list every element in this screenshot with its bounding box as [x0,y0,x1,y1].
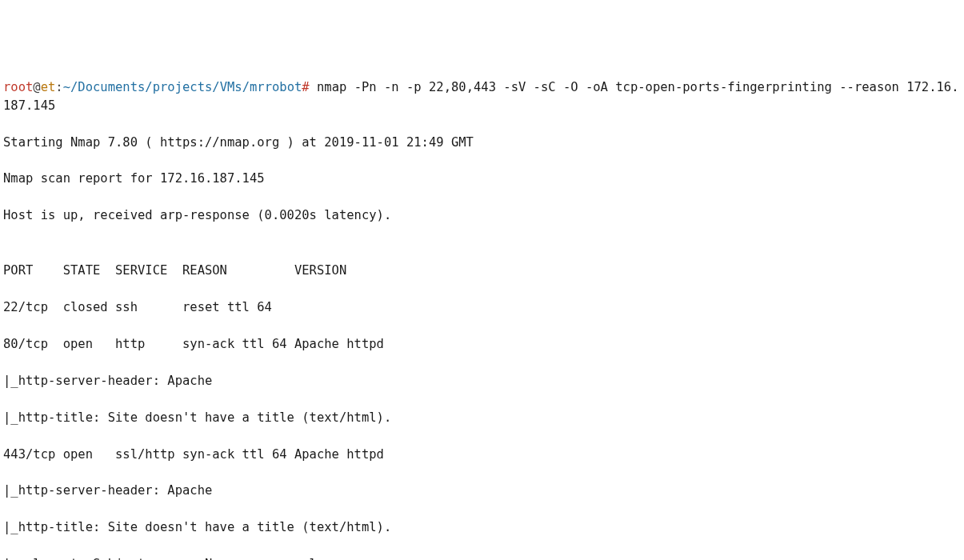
output-line: Host is up, received arp-response (0.002… [3,206,961,225]
prompt-colon: : [55,80,62,94]
output-line: | ssl-cert: Subject: commonName=www.exam… [3,555,961,560]
output-port-22: 22/tcp closed ssh reset ttl 64 [3,298,961,317]
prompt-user: root [3,80,33,94]
prompt-host: et [41,80,56,94]
output-port-header: PORT STATE SERVICE REASON VERSION [3,262,961,280]
output-port-80: 80/tcp open http syn-ack ttl 64 Apache h… [3,335,961,354]
output-line: Starting Nmap 7.80 ( https://nmap.org ) … [3,134,961,152]
output-line: |_http-server-header: Apache [3,482,961,500]
prompt-path: ~/Documents/projects/VMs/mrrobot [63,80,302,94]
prompt-line-1[interactable]: root@et:~/Documents/projects/VMs/mrrobot… [3,78,961,115]
prompt-hash: # [302,80,309,94]
output-line: |_http-server-header: Apache [3,372,961,390]
output-port-443: 443/tcp open ssl/http syn-ack ttl 64 Apa… [3,446,961,464]
prompt-at: @ [33,80,40,94]
output-line: Nmap scan report for 172.16.187.145 [3,170,961,188]
output-line: |_http-title: Site doesn't have a title … [3,518,961,537]
output-line: |_http-title: Site doesn't have a title … [3,409,961,427]
